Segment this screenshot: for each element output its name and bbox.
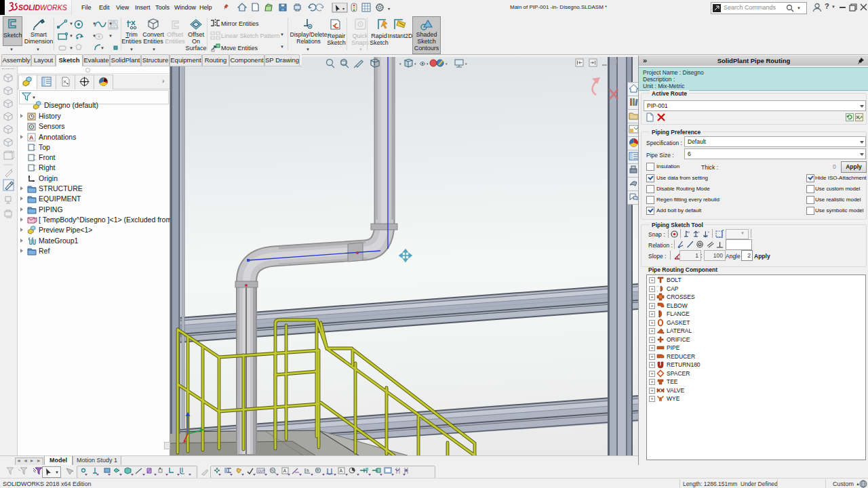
svg-text:▾: ▾ — [446, 62, 448, 66]
svg-text:▾: ▾ — [427, 62, 429, 66]
svg-text:▾: ▾ — [342, 7, 344, 11]
svg-text:▾: ▾ — [399, 62, 401, 66]
svg-text:+: + — [698, 230, 700, 234]
svg-text:R: R — [317, 468, 319, 472]
svg-text:WORKS: WORKS — [40, 3, 67, 12]
svg-text:N: N — [271, 468, 274, 472]
svg-text:+: + — [707, 230, 709, 234]
svg-text:CUT: CUT — [258, 469, 265, 473]
svg-text:A: A — [340, 468, 343, 473]
svg-text:▾: ▾ — [414, 62, 416, 66]
svg-text:x: x — [688, 230, 690, 234]
svg-text:A: A — [29, 134, 34, 141]
svg-text:SOLID: SOLID — [18, 3, 41, 12]
svg-text:A: A — [283, 468, 287, 473]
svg-text:▾: ▾ — [388, 7, 390, 11]
svg-text:▾: ▾ — [465, 62, 467, 66]
